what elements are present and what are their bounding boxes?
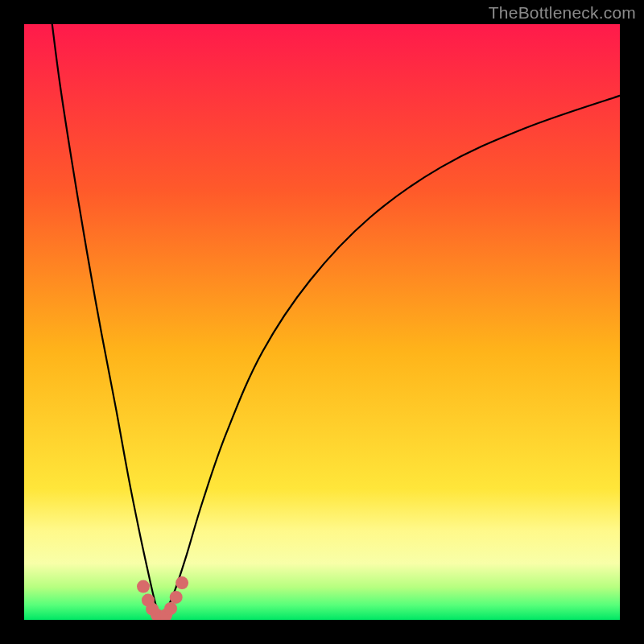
curve-right <box>161 96 620 619</box>
watermark-text: TheBottleneck.com <box>489 3 636 23</box>
trough-dot <box>137 580 150 593</box>
trough-dots-group <box>137 576 188 620</box>
trough-dot <box>164 602 177 615</box>
trough-dot <box>175 576 188 589</box>
plot-area <box>24 24 620 620</box>
chart-frame: TheBottleneck.com <box>0 0 644 644</box>
curve-left <box>52 24 161 619</box>
trough-dot <box>170 591 183 604</box>
curves-layer <box>24 24 620 620</box>
